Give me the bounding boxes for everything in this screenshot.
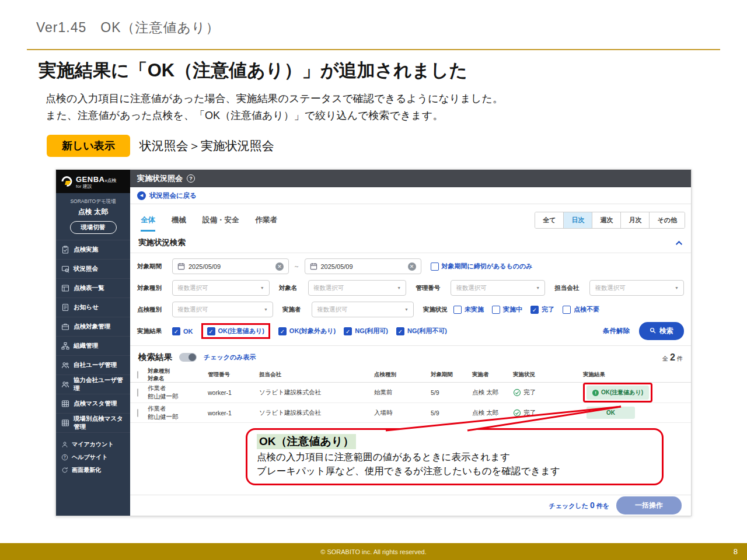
row-result: ! OK(注意値あり): [583, 383, 691, 402]
control-number-select[interactable]: 複数選択可▼: [451, 280, 545, 296]
company-select[interactable]: 複数選択可▼: [589, 280, 684, 296]
table-list-icon: [61, 284, 69, 292]
row-checkbox[interactable]: [130, 410, 148, 416]
collapse-chevron-icon[interactable]: [675, 237, 683, 248]
help-icon[interactable]: ?: [187, 174, 195, 183]
site-switch-button[interactable]: 現場切替: [70, 221, 117, 234]
sidebar-item-site-master-management[interactable]: 現場別点検マスタ管理: [56, 414, 130, 433]
chevron-down-icon: ▼: [675, 286, 679, 290]
select-all-checkbox[interactable]: [130, 372, 148, 378]
refresh-icon: [61, 467, 68, 474]
app-screenshot: GENBAx点検 for 建設 SORABITOデモ現場 点検 太郎 現場切替 …: [55, 169, 692, 516]
date-from-input[interactable]: 2025/05/09 ✕: [172, 258, 289, 274]
filter-row-result: 実施結果 OK OK(注意値あり) OK(対象外あり) NG(利用可) NG(利…: [137, 320, 684, 342]
bulk-action-button[interactable]: 一括操作: [616, 496, 682, 514]
deadline-only-checkbox[interactable]: 対象期間に締切があるもののみ: [431, 262, 533, 271]
app-logo: GENBAx点検 for 建設: [56, 170, 130, 193]
chevron-down-icon: ▼: [404, 307, 409, 312]
row-company: ソラビト建設株式会社: [259, 388, 374, 397]
period-other-button[interactable]: その他: [649, 212, 685, 228]
status-not-done-checkbox[interactable]: 未実施: [453, 305, 484, 314]
column-result: 実施結果: [583, 371, 691, 379]
callout-line1: 点検の入力項目に注意範囲の値があるときに表示されます: [257, 451, 652, 463]
clear-date-icon[interactable]: ✕: [408, 262, 416, 271]
logo-text: GENBAx点検 for 建設: [76, 174, 116, 190]
result-badge-warning: ! OK(注意値あり): [587, 386, 649, 400]
row-person: 点検 太郎: [472, 388, 513, 397]
chevron-down-icon: ▼: [536, 286, 540, 290]
row-status: 完了: [513, 388, 583, 397]
target-name-select[interactable]: 複数選択可▼: [308, 280, 407, 296]
sidebar-item-notices[interactable]: お知らせ: [56, 298, 130, 317]
executor-select[interactable]: 複数選択可▼: [312, 302, 414, 317]
sidebar-item-partner-users[interactable]: 協力会社ユーザ管理: [56, 375, 130, 394]
row-id: worker-1: [208, 389, 259, 396]
row-result: OK: [583, 407, 691, 419]
tabs-row: 全体 機械 設備・安全 作業者 全て 日次 週次 月次 その他: [130, 204, 691, 232]
back-arrow-icon: ◀: [137, 191, 146, 200]
result-ok-warning-checkbox[interactable]: OK(注意値あり): [207, 327, 264, 335]
target-type-select[interactable]: 複数選択可▼: [172, 280, 270, 296]
row-checkbox[interactable]: [130, 389, 148, 396]
sidebar-item-refresh[interactable]: 画面最新化: [61, 464, 125, 477]
app-topbar-title: 実施状況照会: [137, 173, 183, 184]
period-monthly-button[interactable]: 月次: [620, 212, 649, 228]
column-person: 実施者: [472, 371, 513, 379]
calendar-icon: [177, 262, 185, 270]
tab-all[interactable]: 全体: [141, 215, 155, 232]
table-row: 作業者 館山健一郎 worker-1 ソラビト建設株式会社 始業前 5/9 点検…: [130, 383, 691, 403]
search-filters: 対象期間 2025/05/09 ✕ ～ 2025/05/09 ✕ 対象期: [130, 253, 691, 345]
sidebar-item-status-inquiry[interactable]: 状況照会: [56, 260, 130, 279]
page-title: 実施結果に「OK（注意値あり）」が追加されました: [39, 58, 467, 83]
period-weekly-button[interactable]: 週次: [592, 212, 620, 228]
body-text-line1: 点検の入力項目に注意値があった場合、実施結果のステータスで確認できるようになりま…: [46, 92, 503, 106]
row-id: worker-1: [208, 410, 259, 416]
sidebar-item-inspection-run[interactable]: 点検実施: [56, 240, 130, 260]
tab-equipment-safety[interactable]: 設備・安全: [203, 215, 239, 232]
result-ok-excluded-checkbox[interactable]: OK(対象外あり): [278, 327, 336, 335]
toggle-knob: [189, 354, 196, 361]
question-circle-icon: ?: [61, 454, 68, 461]
page-number: 8: [734, 547, 738, 556]
status-label: 実施状況: [423, 306, 448, 314]
users-icon: [61, 361, 69, 369]
result-ok-checkbox[interactable]: OK: [172, 327, 193, 335]
sidebar-utility: マイアカウント ? ヘルプサイト 画面最新化: [56, 433, 130, 482]
column-kind: 点検種別: [374, 371, 431, 379]
clipboard-check-icon: [61, 246, 69, 254]
result-ng-unusable-checkbox[interactable]: NG(利用不可): [396, 327, 447, 335]
clear-date-icon[interactable]: ✕: [275, 262, 284, 271]
checked-only-toggle[interactable]: [179, 353, 197, 362]
inspection-type-select[interactable]: 複数選択可▼: [172, 302, 273, 317]
checkbox-unchecked[interactable]: [431, 262, 439, 271]
date-to-input[interactable]: 2025/05/09 ✕: [305, 258, 421, 274]
status-in-progress-checkbox[interactable]: 実施中: [492, 305, 522, 314]
sidebar-item-organization[interactable]: 組織管理: [56, 337, 130, 356]
status-not-required-checkbox[interactable]: 点検不要: [563, 305, 599, 314]
clear-conditions-link[interactable]: 条件解除: [603, 327, 630, 335]
checked-count-text: チェックした 0 件を: [549, 501, 609, 510]
result-ok-warning-highlight: OK(注意値あり): [201, 323, 270, 339]
status-done-checkbox[interactable]: 完了: [530, 305, 554, 314]
sidebar-item-own-users[interactable]: 自社ユーザ管理: [56, 356, 130, 375]
grid-table-icon: [61, 400, 69, 408]
tab-machines[interactable]: 機械: [172, 215, 186, 232]
sidebar-menu: 点検実施 状況照会 点検表一覧 お知らせ 点検対象管理: [56, 240, 130, 433]
sidebar-item-master-management[interactable]: 点検マスタ管理: [56, 394, 130, 414]
chevron-down-icon: ▼: [397, 286, 401, 290]
back-link[interactable]: ◀ 状況照会に戻る: [130, 187, 691, 204]
result-ng-usable-checkbox[interactable]: NG(利用可): [344, 327, 388, 335]
column-company: 担当会社: [259, 371, 374, 379]
sidebar-item-help-site[interactable]: ? ヘルプサイト: [61, 451, 125, 464]
search-actions: 条件解除 検索: [603, 322, 684, 340]
result-badge-ok: OK: [587, 407, 635, 419]
tab-workers[interactable]: 作業者: [256, 215, 278, 232]
sidebar-item-checklist-list[interactable]: 点検表一覧: [56, 279, 130, 298]
sidebar-item-target-management[interactable]: 点検対象管理: [56, 317, 130, 337]
period-all-button[interactable]: 全て: [535, 212, 563, 228]
period-daily-button[interactable]: 日次: [563, 212, 592, 228]
users-icon: [61, 380, 69, 388]
search-button[interactable]: 検索: [639, 322, 684, 340]
sidebar-item-my-account[interactable]: マイアカウント: [61, 438, 125, 451]
row-kind: 入場時: [374, 409, 431, 417]
